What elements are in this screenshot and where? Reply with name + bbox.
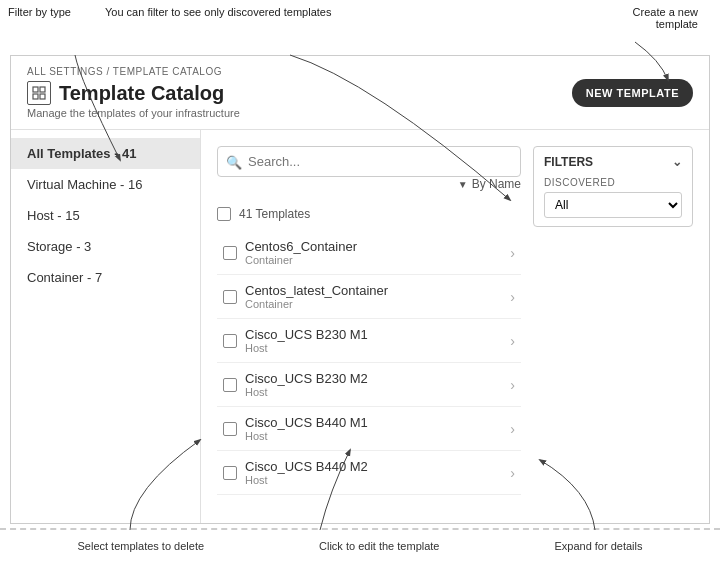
breadcrumb: ALL SETTINGS / TEMPLATE CATALOG (27, 66, 240, 77)
item-checkbox-3[interactable] (223, 378, 237, 392)
filters-title: FILTERS (544, 155, 593, 169)
sidebar-item-virtual-machine[interactable]: Virtual Machine - 16 (11, 169, 200, 200)
template-type-4: Host (245, 430, 502, 442)
search-input[interactable] (217, 146, 521, 177)
expand-chevron-5[interactable]: › (510, 465, 515, 481)
annotation-filter-discovered: You can filter to see only discovered te… (105, 6, 331, 18)
page-subtitle: Manage the templates of your infrastruct… (27, 107, 240, 119)
template-item[interactable]: Cisco_UCS B230 M2 Host › (217, 363, 521, 407)
search-box: 🔍 (217, 146, 521, 177)
content-area: 🔍 ▼ By Name 41 Templates (201, 130, 709, 523)
template-name-1: Centos_latest_Container (245, 283, 502, 298)
annotation-filter-by-type: Filter by type (8, 6, 71, 18)
expand-chevron-1[interactable]: › (510, 289, 515, 305)
search-icon: 🔍 (226, 154, 242, 169)
item-checkbox-2[interactable] (223, 334, 237, 348)
template-type-1: Container (245, 298, 502, 310)
template-info-0: Centos6_Container Container (245, 239, 502, 266)
svg-rect-0 (33, 87, 38, 92)
breadcrumb-area: ALL SETTINGS / TEMPLATE CATALOG Template… (27, 66, 240, 119)
template-item[interactable]: Centos6_Container Container › (217, 231, 521, 275)
sidebar-item-all-templates[interactable]: All Templates - 41 (11, 138, 200, 169)
template-info-3: Cisco_UCS B230 M2 Host (245, 371, 502, 398)
template-item[interactable]: Cisco_UCS B440 M2 Host › (217, 451, 521, 495)
expand-chevron-2[interactable]: › (510, 333, 515, 349)
expand-chevron-3[interactable]: › (510, 377, 515, 393)
template-info-4: Cisco_UCS B440 M1 Host (245, 415, 502, 442)
template-type-3: Host (245, 386, 502, 398)
template-list-wrapper: 🔍 ▼ By Name 41 Templates (217, 146, 521, 495)
template-item[interactable]: Cisco_UCS B230 M1 Host › (217, 319, 521, 363)
select-all-checkbox[interactable] (217, 207, 231, 221)
template-count-label: 41 Templates (239, 207, 310, 221)
expand-chevron-4[interactable]: › (510, 421, 515, 437)
template-item[interactable]: Cisco_UCS B440 M1 Host › (217, 407, 521, 451)
filters-chevron-icon[interactable]: ⌄ (672, 155, 682, 169)
annotation-expand-details: Expand for details (554, 540, 642, 552)
expand-chevron-0[interactable]: › (510, 245, 515, 261)
annotation-select-delete: Select templates to delete (77, 540, 204, 552)
item-checkbox-5[interactable] (223, 466, 237, 480)
discovered-filter-select[interactable]: All Yes No (544, 192, 682, 218)
template-type-0: Container (245, 254, 502, 266)
annotation-create-template: Create a new template (633, 6, 698, 30)
template-name-2: Cisco_UCS B230 M1 (245, 327, 502, 342)
list-header: 41 Templates (217, 201, 521, 227)
item-checkbox-1[interactable] (223, 290, 237, 304)
template-catalog-icon (27, 81, 51, 105)
sidebar-item-storage[interactable]: Storage - 3 (11, 231, 200, 262)
svg-rect-2 (33, 94, 38, 99)
template-type-2: Host (245, 342, 502, 354)
page-header: ALL SETTINGS / TEMPLATE CATALOG Template… (11, 56, 709, 130)
annotation-click-edit: Click to edit the template (319, 540, 439, 552)
item-checkbox-0[interactable] (223, 246, 237, 260)
filters-panel: FILTERS ⌄ DISCOVERED All Yes No (533, 146, 693, 227)
sort-row: ▼ By Name (217, 177, 521, 191)
main-container: ALL SETTINGS / TEMPLATE CATALOG Template… (10, 55, 710, 524)
svg-rect-1 (40, 87, 45, 92)
page-title-row: Template Catalog (27, 81, 240, 105)
template-name-4: Cisco_UCS B440 M1 (245, 415, 502, 430)
template-name-0: Centos6_Container (245, 239, 502, 254)
item-checkbox-4[interactable] (223, 422, 237, 436)
sidebar-item-container[interactable]: Container - 7 (11, 262, 200, 293)
template-name-5: Cisco_UCS B440 M2 (245, 459, 502, 474)
body-layout: All Templates - 41 Virtual Machine - 16 … (11, 130, 709, 523)
template-info-2: Cisco_UCS B230 M1 Host (245, 327, 502, 354)
search-filter-row: 🔍 ▼ By Name 41 Templates (217, 146, 693, 495)
template-info-1: Centos_latest_Container Container (245, 283, 502, 310)
template-name-3: Cisco_UCS B230 M2 (245, 371, 502, 386)
new-template-button[interactable]: NEW TEMPLATE (572, 79, 693, 107)
sort-arrow-icon: ▼ (458, 179, 468, 190)
discovered-label: DISCOVERED (544, 177, 682, 188)
svg-rect-3 (40, 94, 45, 99)
template-item[interactable]: Centos_latest_Container Container › (217, 275, 521, 319)
template-type-5: Host (245, 474, 502, 486)
sort-label: By Name (472, 177, 521, 191)
filters-header: FILTERS ⌄ (544, 155, 682, 169)
page-title: Template Catalog (59, 82, 224, 105)
sidebar: All Templates - 41 Virtual Machine - 16 … (11, 130, 201, 523)
template-info-5: Cisco_UCS B440 M2 Host (245, 459, 502, 486)
sidebar-item-host[interactable]: Host - 15 (11, 200, 200, 231)
bottom-annotations: Select templates to delete Click to edit… (0, 528, 720, 562)
